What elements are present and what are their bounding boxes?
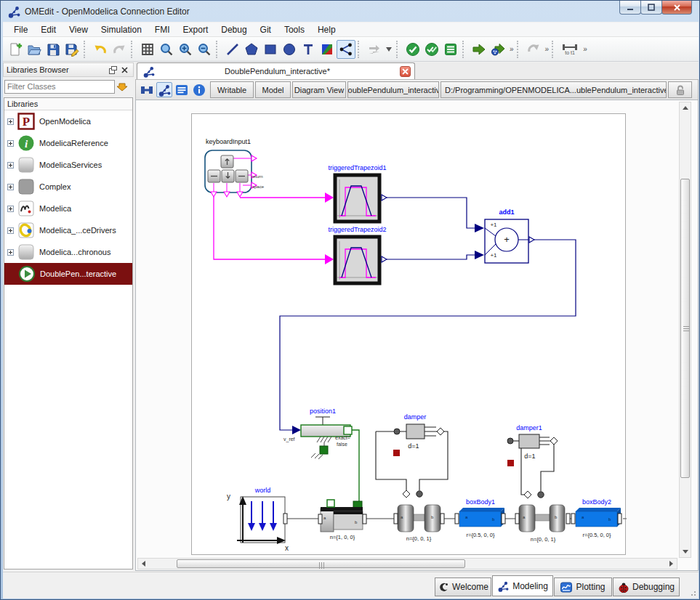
menu-debug[interactable]: Debug — [214, 23, 253, 36]
expand-icon[interactable] — [7, 140, 14, 147]
documentation-view-button[interactable] — [191, 82, 207, 97]
connection-keyboard-to-trapezoid1[interactable] — [240, 192, 334, 203]
scroll-down-button[interactable] — [680, 546, 691, 557]
horizontal-scroll-thumb[interactable] — [177, 559, 465, 568]
library-item-openmodelica[interactable]: P OpenModelica — [4, 110, 132, 132]
library-item-modelica[interactable]: Modelica — [4, 198, 132, 219]
menu-simulation[interactable]: Simulation — [94, 23, 148, 36]
writable-button[interactable]: Writable — [210, 81, 254, 98]
save-button[interactable] — [44, 40, 63, 59]
expand-icon[interactable] — [7, 206, 14, 212]
new-class-button[interactable] — [6, 40, 25, 59]
toolbar-overflow-icon[interactable]: » — [581, 45, 588, 53]
rectangle-shape-button[interactable] — [261, 40, 280, 59]
bitmap-shape-button[interactable] — [318, 40, 337, 59]
scroll-right-button[interactable] — [666, 559, 677, 569]
library-item-modelicareference[interactable]: i ModelicaReference — [4, 132, 132, 154]
toolbar-overflow-icon[interactable]: » — [507, 45, 515, 53]
check-all-models-button[interactable] — [422, 40, 441, 59]
undo-button[interactable] — [91, 40, 110, 59]
connect-mode-button[interactable] — [337, 40, 355, 59]
zoom-out-button[interactable] — [195, 40, 214, 59]
tab-welcome[interactable]: Welcome — [435, 577, 491, 596]
connection-add1-to-position1[interactable] — [280, 240, 576, 434]
grid-button[interactable] — [138, 40, 157, 59]
menu-file[interactable]: File — [7, 23, 34, 36]
text-view-button[interactable] — [174, 82, 190, 97]
open-file-button[interactable] — [25, 40, 44, 59]
expand-icon[interactable] — [7, 227, 14, 234]
scroll-up-button[interactable] — [680, 102, 691, 113]
view-mode-label: Diagram View — [294, 86, 344, 94]
resize-grip[interactable] — [688, 588, 696, 596]
view-mode-button[interactable]: Diagram View — [292, 81, 346, 98]
tab-debugging[interactable]: Debugging — [613, 577, 680, 596]
connection-trapezoid2-to-add1[interactable] — [387, 251, 484, 259]
component-world[interactable] — [237, 496, 287, 544]
expand-icon[interactable] — [7, 118, 14, 125]
toolbar-overflow-icon[interactable]: » — [543, 45, 550, 53]
menu-fmi[interactable]: FMI — [148, 23, 177, 36]
tab-modeling[interactable]: Modeling — [492, 575, 553, 596]
library-item-modelicaservices[interactable]: ModelicaServices — [4, 154, 132, 176]
tab-plotting[interactable]: Plotting — [554, 577, 612, 596]
menu-view[interactable]: View — [63, 23, 94, 36]
title-bar[interactable]: OMEdit - OpenModelica Connection Editor — [1, 1, 700, 22]
expand-icon[interactable] — [7, 184, 14, 190]
instantiate-model-button[interactable] — [441, 40, 460, 59]
vertical-scroll-thumb[interactable] — [680, 179, 690, 478]
component-keyboardInput1[interactable] — [205, 150, 257, 197]
line-shape-button[interactable] — [223, 40, 242, 59]
library-item-complex[interactable]: Complex — [4, 176, 132, 198]
icon-view-button[interactable] — [139, 82, 155, 97]
tab-close-button[interactable] — [400, 66, 411, 77]
undock-button[interactable] — [107, 65, 118, 75]
library-item-devicedrivers[interactable]: Modelica_...ceDrivers — [4, 219, 132, 241]
connection-position1-to-prismatic[interactable] — [352, 430, 359, 501]
component-boxBody1[interactable] — [455, 508, 505, 527]
zoom-in-button[interactable] — [176, 40, 195, 59]
re-simulate-button[interactable] — [524, 40, 543, 59]
file-path-field[interactable]: D:/Programming/OPENMODELICA...ublePendul… — [440, 81, 667, 98]
menu-help[interactable]: Help — [311, 23, 342, 36]
ellipse-shape-button[interactable] — [280, 40, 299, 59]
maximize-button[interactable] — [640, 1, 662, 15]
redo-button[interactable] — [110, 40, 129, 59]
library-item-doublependulum-interactive[interactable]: DoublePen...teractive — [4, 263, 132, 285]
scroll-left-button[interactable] — [138, 559, 149, 569]
diagram-sheet[interactable]: keyboardInput1 return space triggeredTra… — [191, 113, 626, 555]
expand-icon[interactable] — [7, 162, 14, 169]
horizontal-scrollbar[interactable] — [137, 558, 677, 569]
lock-button[interactable] — [668, 81, 692, 98]
polygon-shape-button[interactable] — [242, 40, 261, 59]
transition-dropdown-button[interactable] — [384, 40, 394, 59]
menu-export[interactable]: Export — [177, 23, 215, 36]
filter-scroll-button[interactable] — [115, 80, 129, 94]
menu-tools[interactable]: Tools — [278, 23, 311, 36]
filter-classes-input[interactable] — [4, 80, 115, 94]
text-shape-button[interactable] — [299, 40, 318, 59]
simulation-time-button[interactable]: to t1 — [559, 44, 581, 55]
menu-git[interactable]: Git — [254, 23, 278, 36]
component-boxBody2[interactable] — [571, 508, 621, 527]
check-model-button[interactable] — [403, 40, 422, 59]
simulate-animation-button[interactable] — [488, 40, 507, 59]
simulate-button[interactable] — [470, 40, 488, 59]
transition-mode-button[interactable] — [365, 40, 384, 59]
document-tab[interactable]: DoublePendulum_interactive* — [137, 62, 415, 79]
close-button[interactable] — [661, 1, 692, 15]
vertical-scrollbar[interactable] — [679, 102, 691, 558]
panel-close-button[interactable] — [118, 65, 130, 75]
expand-icon[interactable] — [7, 249, 14, 256]
component-triggeredTrapezoid1[interactable] — [335, 175, 387, 222]
component-triggeredTrapezoid2[interactable] — [335, 237, 387, 283]
save-as-button[interactable] — [63, 40, 81, 59]
minimize-button[interactable] — [619, 1, 641, 15]
library-item-synchronous[interactable]: Modelica...chronous — [4, 241, 132, 263]
component-damper[interactable] — [376, 424, 448, 498]
fit-to-diagram-button[interactable] — [157, 40, 176, 59]
menu-edit[interactable]: Edit — [34, 23, 63, 36]
component-damper1[interactable] — [507, 434, 558, 498]
diagram-view-button[interactable] — [156, 82, 172, 97]
connection-trapezoid1-to-add1[interactable] — [387, 198, 484, 232]
